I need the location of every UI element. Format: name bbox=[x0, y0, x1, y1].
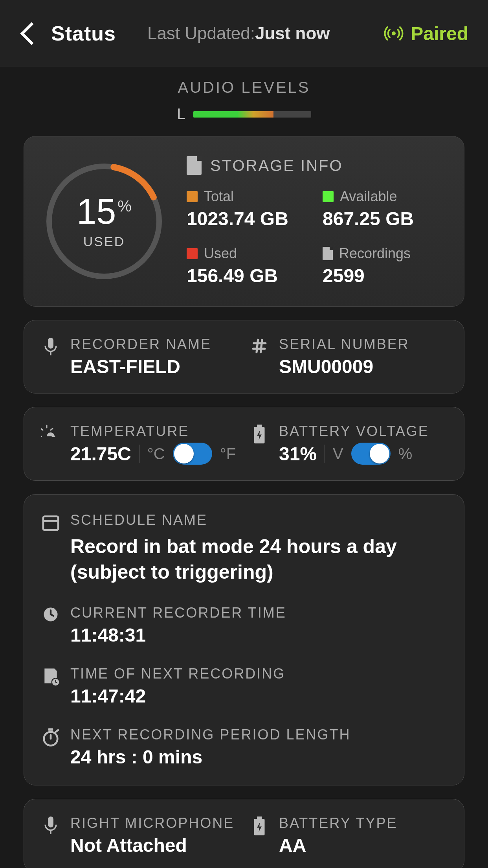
back-button[interactable] bbox=[20, 22, 35, 45]
content: AUDIO LEVELS L 15% USED STORAG bbox=[0, 67, 488, 868]
last-updated-value: Just now bbox=[255, 24, 330, 43]
storage-used-percent: 15% bbox=[77, 194, 132, 229]
serial-number: SERIAL NUMBER SMU00009 bbox=[250, 336, 447, 377]
next-recording-period: NEXT RECORDING PERIOD LENGTH 24 hrs : 0 … bbox=[41, 726, 447, 768]
sd-card-icon bbox=[187, 156, 202, 175]
svg-rect-9 bbox=[257, 425, 262, 427]
storage-info-header: STORAGE INFO bbox=[187, 156, 447, 175]
schedule-icon bbox=[41, 666, 60, 707]
recordings-icon bbox=[323, 247, 333, 260]
swatch-total-icon bbox=[187, 191, 198, 202]
current-recorder-time: CURRENT RECORDER TIME 11:48:31 bbox=[41, 605, 447, 646]
recorder-name: RECORDER NAME EAST-FIELD bbox=[41, 336, 238, 377]
schedule-card: SCHEDULE NAME Record in bat mode 24 hour… bbox=[24, 494, 464, 785]
paired-indicator: Paired bbox=[384, 23, 468, 44]
clock-icon bbox=[41, 605, 60, 646]
storage-used-label: USED bbox=[83, 234, 125, 249]
battery-unit-toggle[interactable] bbox=[351, 443, 391, 465]
svg-rect-10 bbox=[43, 517, 58, 530]
level-meter bbox=[193, 111, 311, 118]
svg-line-4 bbox=[41, 428, 43, 430]
temperature: TEMPERATURE 21.75C °C °F bbox=[41, 423, 238, 465]
broadcast-icon bbox=[384, 24, 404, 43]
battery-value: 31% bbox=[279, 443, 317, 465]
app-header: Status Last Updated:Just now Paired bbox=[0, 0, 488, 67]
svg-line-17 bbox=[56, 730, 58, 732]
microphone-card: RIGHT MICROPHONE Not Attached BATTERY TY… bbox=[24, 799, 464, 868]
temperature-unit-toggle[interactable] bbox=[173, 443, 212, 465]
environment-card: TEMPERATURE 21.75C °C °F BATTERY VOLTAGE… bbox=[24, 407, 464, 481]
storage-total: Total 1023.74 GB bbox=[187, 188, 311, 230]
mic-icon bbox=[41, 336, 60, 358]
paired-label: Paired bbox=[411, 23, 468, 44]
hash-icon bbox=[250, 336, 269, 354]
right-microphone: RIGHT MICROPHONE Not Attached bbox=[41, 815, 238, 856]
battery-icon bbox=[250, 423, 269, 443]
audio-levels-section: AUDIO LEVELS L bbox=[24, 75, 464, 123]
svg-point-0 bbox=[392, 31, 396, 35]
last-updated: Last Updated:Just now bbox=[147, 24, 330, 43]
schedule-name: SCHEDULE NAME Record in bat mode 24 hour… bbox=[41, 512, 447, 585]
swatch-used-icon bbox=[187, 248, 198, 259]
unit-percent: % bbox=[398, 445, 413, 463]
unit-celsius: °C bbox=[147, 445, 165, 463]
storage-used: Used 156.49 GB bbox=[187, 245, 311, 287]
battery-voltage: BATTERY VOLTAGE 31% V % bbox=[250, 423, 447, 465]
unit-volts: V bbox=[333, 445, 343, 463]
audio-level-meter: L bbox=[24, 106, 464, 123]
mic-icon bbox=[41, 815, 60, 837]
storage-card: 15% USED STORAGE INFO Total 1023.74 GB A… bbox=[24, 136, 464, 307]
next-recording-time: TIME OF NEXT RECORDING 11:47:42 bbox=[41, 666, 447, 707]
sun-icon bbox=[41, 423, 60, 440]
swatch-available-icon bbox=[323, 191, 334, 202]
svg-rect-19 bbox=[257, 817, 262, 819]
stopwatch-icon bbox=[41, 726, 60, 768]
storage-recordings: Recordings 2599 bbox=[323, 245, 447, 287]
calendar-icon bbox=[41, 512, 60, 585]
channel-label: L bbox=[177, 106, 185, 123]
battery-type: BATTERY TYPE AA bbox=[250, 815, 447, 856]
page-title: Status bbox=[51, 22, 116, 45]
last-updated-label: Last Updated: bbox=[147, 24, 255, 43]
temperature-value: 21.75C bbox=[70, 443, 131, 465]
recorder-identity-card: RECORDER NAME EAST-FIELD SERIAL NUMBER S… bbox=[24, 320, 464, 394]
svg-line-5 bbox=[51, 428, 53, 430]
storage-ring: 15% USED bbox=[41, 158, 167, 284]
unit-fahrenheit: °F bbox=[220, 445, 236, 463]
audio-levels-label: AUDIO LEVELS bbox=[24, 79, 464, 96]
storage-available: Available 867.25 GB bbox=[323, 188, 447, 230]
level-meter-fill bbox=[193, 111, 273, 118]
schedule-description: Record in bat mode 24 hours a day (subje… bbox=[70, 534, 447, 585]
battery-icon bbox=[250, 815, 269, 835]
svg-rect-15 bbox=[48, 728, 53, 730]
